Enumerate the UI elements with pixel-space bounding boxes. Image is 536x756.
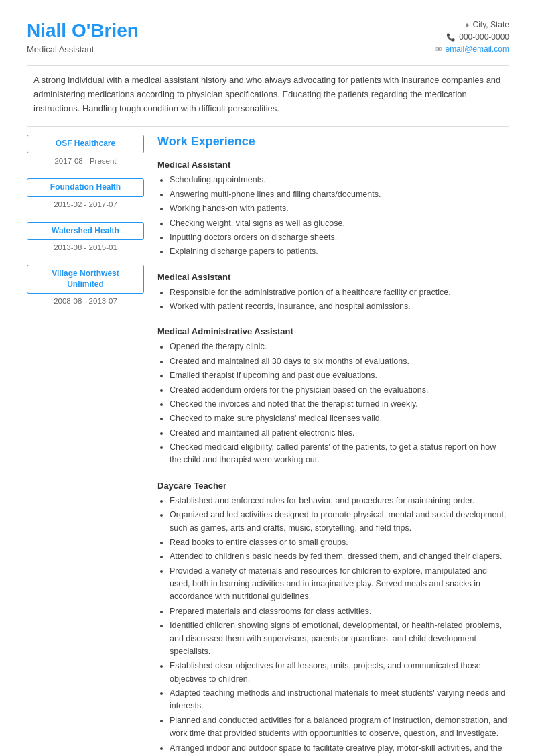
bullet-item: Read books to entire classes or to small…	[170, 536, 509, 549]
job-block: Medical Administrative AssistantOpened t…	[157, 326, 509, 466]
bullet-item: Checked medicaid eligibility, called par…	[170, 441, 509, 467]
phone: 000-000-0000	[459, 32, 509, 42]
header: Niall O'Brien Medical Assistant ● City, …	[27, 20, 509, 54]
job-block: Medical AssistantScheduling appointments…	[157, 160, 509, 258]
job-block: Medical AssistantResponsible for the adm…	[157, 272, 509, 314]
bullet-item: Created and maintained all patient elect…	[170, 427, 509, 440]
phone-icon: 📞	[446, 33, 456, 42]
employer-dates: 2017-08 - Present	[27, 157, 144, 165]
header-divider	[27, 65, 509, 66]
summary: A strong individual with a medical assis…	[27, 74, 509, 115]
email-item: ✉ email@email.com	[436, 44, 509, 54]
job-block: Daycare TeacherEstablished and enforced …	[157, 481, 509, 756]
bullet-item: Provided a variety of materials and reso…	[170, 565, 509, 604]
bullet-item: Answering multi-phone lines and filing c…	[170, 188, 509, 201]
job-title: Medical Assistant	[27, 44, 139, 54]
job-title-text: Medical Administrative Assistant	[157, 326, 509, 336]
bullet-item: Checking weight, vital signs as well as …	[170, 217, 509, 230]
bullet-item: Working hands-on with patients.	[170, 202, 509, 215]
email-icon: ✉	[436, 45, 442, 54]
header-left: Niall O'Brien Medical Assistant	[27, 20, 139, 54]
bullet-item: Established clear objectives for all les…	[170, 659, 509, 686]
city-state-item: ● City, State	[436, 20, 509, 29]
bullet-item: Scheduling appointments.	[170, 174, 509, 186]
job-title-text: Medical Assistant	[157, 160, 509, 170]
bullet-item: Inputting doctors orders on discharge sh…	[170, 231, 509, 244]
bullet-item: Adapted teaching methods and instruction…	[170, 687, 509, 713]
bullet-item: Responsible for the administrative porti…	[170, 286, 509, 299]
job-bullets: Scheduling appointments.Answering multi-…	[157, 174, 509, 258]
bullet-item: Identified children showing signs of emo…	[170, 619, 509, 658]
city-state: City, State	[473, 20, 509, 29]
job-title-text: Medical Assistant	[157, 272, 509, 282]
employer-dates: 2008-08 - 2013-07	[27, 297, 144, 305]
job-title-text: Daycare Teacher	[157, 481, 509, 491]
bullet-item: Explaining discharge papers to patients.	[170, 245, 509, 258]
employer-block: Watershed Health 2013-08 - 2015-01	[27, 222, 144, 252]
bullet-item: Arranged indoor and outdoor space to fac…	[170, 742, 509, 756]
employer-dates: 2015-02 - 2017-07	[27, 200, 144, 208]
location-icon: ●	[465, 21, 470, 29]
bullet-item: Created addendum orders for the physicia…	[170, 384, 509, 397]
work-experience-title: Work Experience	[157, 135, 509, 150]
phone-item: 📞 000-000-0000	[436, 32, 509, 42]
employer-badge: Village Northwest Unlimited	[27, 265, 144, 294]
summary-divider	[27, 126, 509, 127]
bullet-item: Organized and led activities designed to…	[170, 509, 509, 535]
candidate-name: Niall O'Brien	[27, 20, 139, 42]
bullet-item: Checked to make sure physicians' medical…	[170, 412, 509, 425]
left-col-work: OSF Healthcare 2017-08 - Present Foundat…	[27, 135, 151, 756]
employer-block: Village Northwest Unlimited 2008-08 - 20…	[27, 265, 144, 305]
header-right: ● City, State 📞 000-000-0000 ✉ email@ema…	[436, 20, 509, 54]
bullet-item: Established and enforced rules for behav…	[170, 495, 509, 507]
email-link[interactable]: email@email.com	[445, 44, 509, 54]
bullet-item: Planned and conducted activities for a b…	[170, 714, 509, 741]
bullet-item: Attended to children's basic needs by fe…	[170, 550, 509, 563]
employer-block: OSF Healthcare 2017-08 - Present	[27, 135, 144, 165]
bullet-item: Opened the therapy clinic.	[170, 340, 509, 353]
job-bullets: Responsible for the administrative porti…	[157, 286, 509, 314]
bullet-item: Worked with patient records, insurance, …	[170, 300, 509, 313]
employer-badge: Foundation Health	[27, 178, 144, 197]
employer-block: Foundation Health 2015-02 - 2017-07	[27, 178, 144, 208]
employer-dates: 2013-08 - 2015-01	[27, 243, 144, 251]
bullet-item: Created and maintained all 30 days to si…	[170, 355, 509, 368]
employer-badge: Watershed Health	[27, 222, 144, 241]
resume-container: Niall O'Brien Medical Assistant ● City, …	[0, 0, 536, 756]
job-bullets: Established and enforced rules for behav…	[157, 495, 509, 756]
right-col-work: Work Experience Medical AssistantSchedul…	[151, 135, 509, 756]
bullet-item: Prepared materials and classrooms for cl…	[170, 605, 509, 618]
bullet-item: Checked the invoices and noted that the …	[170, 398, 509, 411]
work-experience-section: OSF Healthcare 2017-08 - Present Foundat…	[27, 135, 509, 756]
employer-badge: OSF Healthcare	[27, 135, 144, 153]
job-bullets: Opened the therapy clinic.Created and ma…	[157, 340, 509, 466]
bullet-item: Emailed therapist if upcoming and past d…	[170, 369, 509, 382]
